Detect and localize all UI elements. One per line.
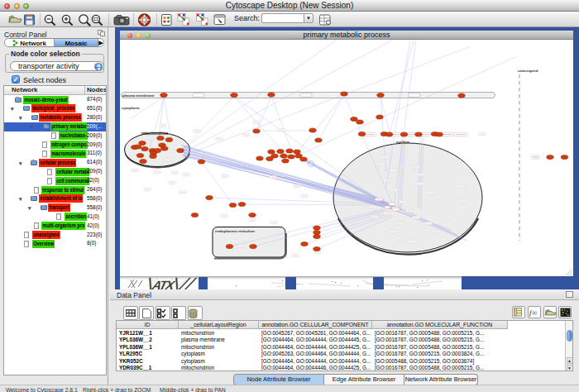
svg-text:mitochondrion: mitochondrion — [141, 131, 168, 136]
svg-text:cytoplasm: cytoplasm — [122, 106, 140, 110]
svg-text:plasma membrane: plasma membrane — [122, 93, 155, 98]
svg-text:endoplasmic reticulum: endoplasmic reticulum — [215, 229, 255, 233]
svg-text:unassigned: unassigned — [518, 69, 538, 73]
svg-text:nucleus: nucleus — [396, 140, 410, 144]
svg-text:╲ATX╲╱╱: ╲ATX╲╱╱ — [141, 277, 198, 289]
svg-text:(x): (x) — [533, 311, 538, 315]
